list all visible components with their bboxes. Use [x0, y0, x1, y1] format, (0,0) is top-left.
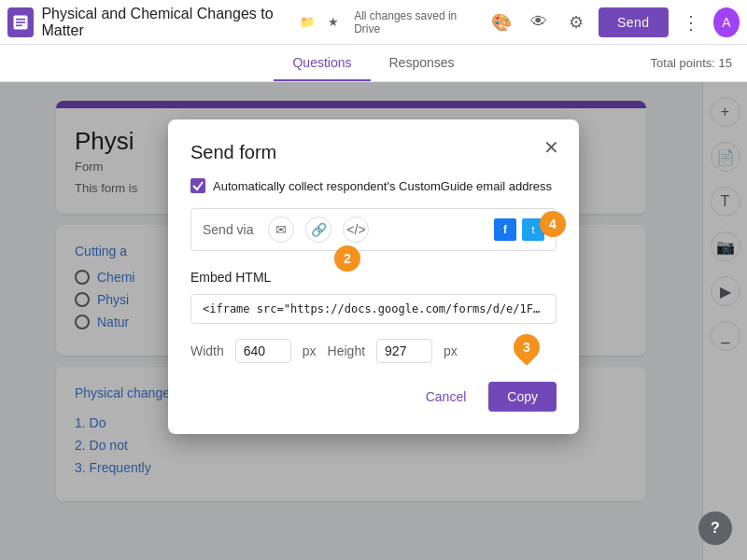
palette-icon[interactable]: 🎨: [486, 6, 516, 39]
settings-icon[interactable]: ⚙: [561, 6, 591, 39]
doc-title: Physical and Chemical Changes to Matter: [41, 6, 289, 39]
more-menu-button[interactable]: ⋮: [676, 6, 706, 39]
width-input[interactable]: [235, 339, 291, 363]
embed-title: Embed HTML: [190, 270, 557, 285]
main-content: Physi Form This form is Cutting a Chemi …: [0, 82, 747, 560]
height-input[interactable]: [376, 339, 432, 363]
tabs-bar: Questions Responses Total points: 15: [0, 45, 747, 82]
height-unit: px: [444, 343, 458, 358]
cancel-button[interactable]: Cancel: [411, 382, 482, 412]
dimensions-row: Width px Height px: [190, 339, 557, 363]
top-bar-icons: 📁 ★: [296, 11, 343, 33]
link-via-icon[interactable]: 🔗: [305, 217, 331, 243]
send-via-label: Send via: [203, 222, 253, 237]
send-button[interactable]: Send: [599, 7, 669, 37]
facebook-icon[interactable]: f: [494, 218, 516, 241]
avatar[interactable]: A: [713, 7, 740, 37]
send-via-icons: ✉ 🔗 </>: [268, 217, 479, 243]
copy-button[interactable]: Copy: [488, 382, 557, 412]
folder-icon[interactable]: 📁: [296, 11, 318, 33]
preview-icon[interactable]: 👁: [524, 6, 554, 39]
badge-2: 2: [334, 245, 360, 272]
auto-collect-checkbox[interactable]: [190, 178, 205, 193]
svg-rect-2: [16, 21, 25, 23]
social-icons: f t: [494, 218, 544, 241]
saved-text: All changes saved in Drive: [354, 9, 472, 35]
modal-footer: Cancel Copy: [190, 382, 557, 412]
checkbox-label: Automatically collect respondent's Custo…: [213, 179, 552, 193]
total-points: Total points: 15: [651, 56, 732, 70]
height-label: Height: [328, 343, 365, 358]
width-label: Width: [190, 343, 224, 358]
star-icon[interactable]: ★: [324, 11, 343, 33]
top-bar: Physical and Chemical Changes to Matter …: [0, 0, 747, 45]
embed-code-box[interactable]: <iframe src="https://docs.google.com/for…: [190, 294, 557, 324]
width-unit: px: [303, 343, 317, 358]
svg-rect-3: [16, 24, 22, 26]
modal-title: Send form: [190, 142, 557, 163]
app-icon[interactable]: [7, 7, 34, 37]
embed-via-icon[interactable]: </>: [343, 217, 369, 243]
badge-4: 4: [540, 211, 566, 237]
send-via-row: Send via ✉ 🔗 </> f t: [190, 208, 557, 251]
tab-responses[interactable]: Responses: [371, 46, 473, 81]
checkbox-row: 2 Automatically collect respondent's Cus…: [190, 178, 557, 193]
email-via-icon[interactable]: ✉: [268, 217, 294, 243]
tab-questions[interactable]: Questions: [274, 46, 370, 81]
send-form-modal: Send form ✕ 4 2 Automatically collect re…: [168, 119, 579, 434]
modal-overlay: Send form ✕ 4 2 Automatically collect re…: [0, 82, 747, 560]
modal-close-button[interactable]: ✕: [538, 134, 564, 161]
help-button[interactable]: ?: [698, 511, 732, 545]
svg-rect-1: [16, 18, 25, 20]
